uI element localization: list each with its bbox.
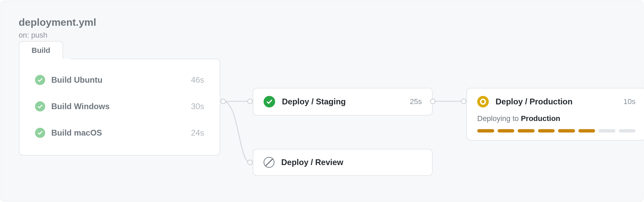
job-card-staging[interactable]: Deploy / Staging 25s [253,88,433,116]
job-status-target: Production [521,114,560,123]
progress-segment [498,129,515,133]
build-card: Build Ubuntu 46s Build Windows 30s Build… [19,59,220,156]
progress-segment [598,129,615,133]
workflow-panel: deployment.yml on: push Build Build Ubun… [1,1,643,201]
job-name: Deploy / Review [281,158,422,167]
skipped-icon [264,157,274,168]
build-job-windows[interactable]: Build Windows 30s [19,93,220,120]
build-job-duration: 24s [191,128,204,138]
connector-dot [247,99,253,104]
check-circle-icon [35,101,45,112]
in-progress-icon [477,96,489,107]
build-tab-label: Build [32,46,50,55]
progress-segment [538,129,555,133]
progress-segment [619,129,636,133]
job-card-production[interactable]: Deploy / Production 10s Deploying to Pro… [466,88,644,141]
build-job-duration: 30s [191,102,204,111]
progress-segment [477,129,494,133]
build-tab-seam [19,59,71,60]
check-circle-icon [35,75,45,85]
connector-dot [247,160,253,165]
build-tab[interactable]: Build [19,41,63,59]
job-name: Deploy / Staging [282,97,410,106]
build-job-name: Build Windows [51,102,191,111]
progress-segment [558,129,575,133]
connector-dot [461,99,466,104]
check-circle-icon [264,96,275,107]
connector-dot [220,99,226,104]
progress-segment [518,129,535,133]
job-status-prefix: Deploying to [477,114,521,123]
build-job-name: Build macOS [51,128,191,138]
build-job-duration: 46s [191,75,204,85]
connector-dot [430,99,435,104]
progress-segment [578,129,595,133]
job-status-message: Deploying to Production [477,114,636,123]
job-name: Deploy / Production [496,97,624,106]
workflow-title: deployment.yml [19,17,96,28]
job-duration: 25s [410,97,422,106]
build-job-ubuntu[interactable]: Build Ubuntu 46s [19,67,220,93]
workflow-trigger: on: push [19,31,47,40]
progress-bar [477,129,636,133]
check-circle-icon [35,128,45,138]
job-card-review[interactable]: Deploy / Review [253,149,433,176]
build-job-macos[interactable]: Build macOS 24s [19,120,220,146]
job-duration: 10s [624,97,636,106]
build-job-name: Build Ubuntu [51,75,191,85]
